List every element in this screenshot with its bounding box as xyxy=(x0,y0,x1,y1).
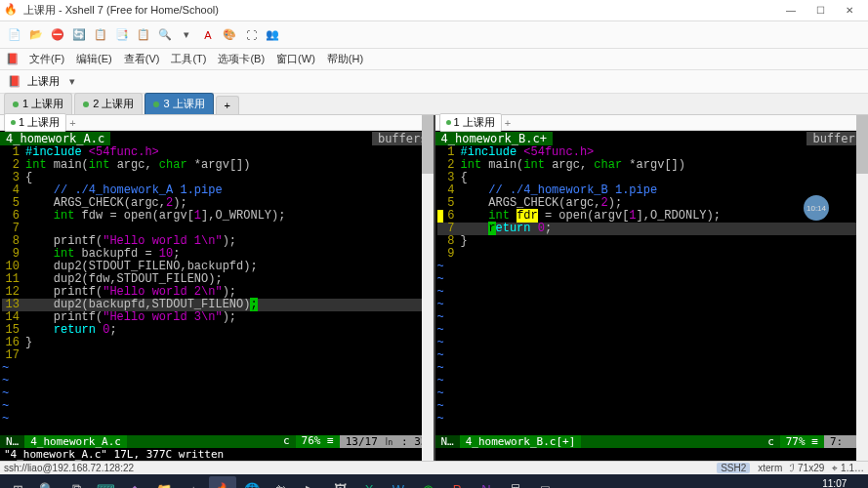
edge-icon[interactable]: 🌐 xyxy=(238,476,266,488)
code-line: 2int main(int argc, char *argv[]) xyxy=(2,159,432,172)
new-tab-button[interactable]: + xyxy=(216,96,239,114)
calc-icon[interactable]: 🖩 xyxy=(502,476,529,488)
code-line: 7 return 0; xyxy=(437,223,867,235)
menu-1[interactable]: 编辑(E) xyxy=(70,50,118,68)
ppt-icon[interactable]: P xyxy=(443,476,471,488)
store-icon[interactable]: 🛍 xyxy=(268,476,295,488)
xshell-icon[interactable]: 🔥 xyxy=(209,476,236,488)
window-title: 上课用 - Xshell 7 (Free for Home/School) xyxy=(23,3,776,18)
clock-overlay-badge: 10:14 xyxy=(804,195,829,221)
left-scrollbar[interactable] xyxy=(422,115,434,461)
excel-icon[interactable]: X xyxy=(355,476,383,488)
right-inner-tabbar: 1 上课用 + xyxy=(435,115,869,131)
disconnect-icon[interactable]: ⛔ xyxy=(49,26,66,44)
explorer-icon[interactable]: 📁 xyxy=(150,476,178,488)
left-pane: 1 上课用 + 4_homework_A.c buffers 1#include… xyxy=(0,115,434,461)
fullscreen-icon[interactable]: ⛶ xyxy=(242,26,260,44)
onenote-icon[interactable]: N xyxy=(473,476,500,488)
ssh-badge: SSH2 xyxy=(717,463,750,473)
right-status-bar: N… 4_homework_B.c[+] c 77% ≡ 7: 5 xyxy=(435,435,869,448)
left-inner-newtab[interactable]: + xyxy=(69,117,75,129)
left-file-tab[interactable]: 4_homework_A.c xyxy=(0,132,110,145)
title-bar: 🔥 上课用 - Xshell 7 (Free for Home/School) … xyxy=(0,0,868,21)
left-inner-tabbar: 1 上课用 + xyxy=(0,115,434,131)
right-editor[interactable]: 1#include <54func.h>2int main(int argc, … xyxy=(435,146,869,435)
status-dot-icon xyxy=(153,102,159,107)
photos-icon[interactable]: 🖼 xyxy=(326,476,353,488)
menu-app-icon[interactable]: 📕 xyxy=(4,51,21,68)
app-status-bar: ssh://liao@192.168.72.128:22 SSH2 xterm … xyxy=(0,461,868,474)
menu-2[interactable]: 查看(V) xyxy=(118,50,166,68)
session-tab-bar: 1 上课用2 上课用3 上课用 + xyxy=(0,94,868,115)
left-editor[interactable]: 1#include <54func.h>2int main(int argc, … xyxy=(0,146,434,435)
tb2-label: 上课用 xyxy=(27,74,60,89)
status-dot-icon xyxy=(83,102,89,107)
left-file-tabbar: 4_homework_A.c buffers xyxy=(0,131,434,146)
app-icon: 🔥 xyxy=(4,3,20,19)
menu-0[interactable]: 文件(F) xyxy=(23,50,70,68)
connection-info: ssh://liao@192.168.72.128:22 xyxy=(4,463,717,473)
right-pane: 1 上课用 + 4_homework_B.c+ buffers 1#includ… xyxy=(434,115,869,461)
more-icon[interactable]: ▾ xyxy=(178,26,195,44)
term-size: ℐ 71x29 xyxy=(790,463,824,473)
code-line: 2int main(int argc, char *argv[]) xyxy=(437,159,867,172)
toolbar-secondary: 📕 上课用 ▾ xyxy=(0,70,868,94)
menu-3[interactable]: 工具(T) xyxy=(165,50,212,68)
code-line: 15 return 0; xyxy=(2,324,432,337)
right-file-tabbar: 4_homework_B.c+ buffers xyxy=(435,131,869,146)
status-dot-icon xyxy=(446,120,451,125)
search-button[interactable]: 🔍 xyxy=(33,476,61,488)
left-status-bar: N… 4_homework_A.c c 76% ≡ 13/17 ㏑ : 33 xyxy=(0,435,434,448)
paste-icon[interactable]: 📋 xyxy=(135,26,152,44)
tb2-home-icon[interactable]: 📕 xyxy=(6,73,23,91)
color-icon[interactable]: 🎨 xyxy=(221,26,238,44)
open-icon[interactable]: 📂 xyxy=(27,26,45,44)
menu-bar: 📕 文件(F)编辑(E)查看(V)工具(T)选项卡(B)窗口(W)帮助(H) xyxy=(0,49,868,70)
code-line: 6 int fdw = open(argv[1],O_WRONLY); xyxy=(2,210,432,223)
people-icon[interactable]: 👥 xyxy=(264,26,281,44)
video-icon[interactable]: ▶ xyxy=(297,476,324,488)
search-icon[interactable]: 🔍 xyxy=(156,26,174,44)
windows-taskbar: ⊞ 🔍 ⧉ ⌨ ◆ 📁 ♪ 🔥 🌐 🛍 ▶ 🖼 X W ◉ P N 🖩 ◻ 11… xyxy=(0,474,868,488)
close-button[interactable]: ✕ xyxy=(835,0,864,21)
properties-icon[interactable]: 📋 xyxy=(92,26,109,44)
tb2-dropdown-icon[interactable]: ▾ xyxy=(63,73,81,91)
vscode-icon[interactable]: ⌨ xyxy=(92,476,119,488)
code-line: 16} xyxy=(2,337,432,349)
right-file-tab[interactable]: 4_homework_B.c+ xyxy=(435,132,553,145)
font-icon[interactable]: A xyxy=(199,26,217,44)
session-tab-2[interactable]: 3 上课用 xyxy=(145,93,213,114)
term-type: xterm xyxy=(758,463,782,473)
menu-6[interactable]: 帮助(H) xyxy=(321,50,369,68)
new-session-icon[interactable]: 📄 xyxy=(6,26,23,44)
start-button[interactable]: ⊞ xyxy=(4,476,31,488)
menu-4[interactable]: 选项卡(B) xyxy=(212,50,270,68)
taskbar-clock[interactable]: 11:07 2024/1/26 xyxy=(806,478,865,488)
menu-5[interactable]: 窗口(W) xyxy=(270,50,321,68)
left-cmdline: "4_homework_A.c" 17L, 377C written xyxy=(0,448,434,461)
maximize-button[interactable]: ☐ xyxy=(806,0,835,21)
code-line: 17 xyxy=(2,349,432,362)
music-icon[interactable]: ♪ xyxy=(180,476,207,488)
session-tab-0[interactable]: 1 上课用 xyxy=(4,93,72,114)
split-container: 1 上课用 + 4_homework_A.c buffers 1#include… xyxy=(0,115,868,461)
status-dot-icon xyxy=(11,120,16,125)
copy-icon[interactable]: 📑 xyxy=(113,26,131,44)
word-icon[interactable]: W xyxy=(385,476,412,488)
term-other: ⌖ 1.1… xyxy=(832,463,864,474)
minimize-button[interactable]: — xyxy=(776,0,806,21)
left-inner-tab[interactable]: 1 上课用 xyxy=(4,113,66,132)
code-line: 8} xyxy=(437,235,867,248)
right-scrollbar[interactable] xyxy=(856,115,868,461)
taskview-button[interactable]: ⧉ xyxy=(62,476,90,488)
code-line: 9 xyxy=(437,248,867,261)
right-inner-newtab[interactable]: + xyxy=(505,117,511,129)
wechat-icon[interactable]: ◉ xyxy=(414,476,441,488)
vs-icon[interactable]: ◆ xyxy=(121,476,148,488)
session-tab-1[interactable]: 2 上课用 xyxy=(74,93,143,114)
reconnect-icon[interactable]: 🔄 xyxy=(70,26,88,44)
right-cmdline xyxy=(435,448,869,461)
right-inner-tab[interactable]: 1 上课用 xyxy=(439,113,502,132)
app-icon[interactable]: ◻ xyxy=(531,476,558,488)
code-line: 6 int fdr = open(argv[1],O_RDONLY); xyxy=(437,210,867,223)
